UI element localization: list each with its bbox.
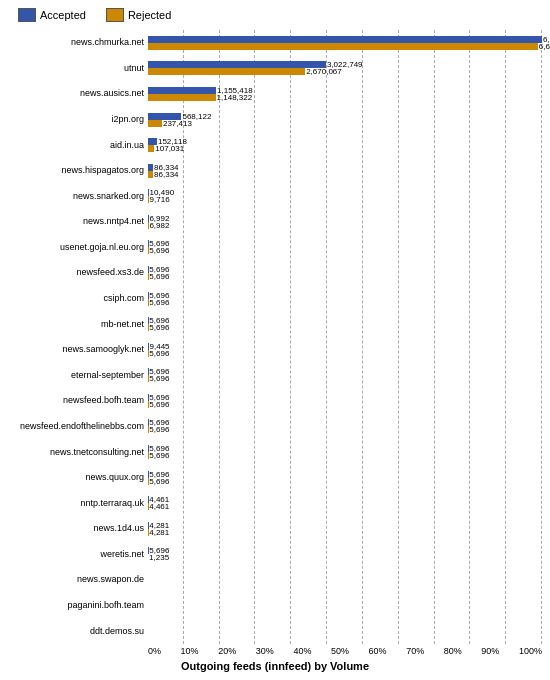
bar-rejected-value: 86,334 <box>153 171 178 178</box>
x-axis-label: 10% <box>181 646 199 656</box>
bar-row: 5,6965,696 <box>148 264 542 282</box>
y-label: news.samooglyk.net <box>8 341 144 359</box>
y-label: aid.in.ua <box>8 136 144 154</box>
y-label: news.chmurka.net <box>8 34 144 52</box>
x-axis-label: 70% <box>406 646 424 656</box>
legend-rejected-label: Rejected <box>128 9 171 21</box>
bar-group <box>148 597 542 615</box>
bar-row: 4,2814,281 <box>148 520 542 538</box>
y-label: news.nntp4.net <box>8 213 144 231</box>
bar-rejected-value: 2,670,067 <box>305 68 342 75</box>
x-axis-label: 60% <box>369 646 387 656</box>
bar-rejected-value: 237,413 <box>162 120 192 127</box>
bar-rejected-value: 6,622,628 <box>538 43 550 50</box>
bar-group: 9,4455,696 <box>148 341 542 359</box>
bar-group: 6,692,8276,622,628 <box>148 34 542 52</box>
bar-rejected-value: 5,696 <box>148 478 169 485</box>
bar-row <box>148 622 542 640</box>
legend-accepted: Accepted <box>18 8 86 22</box>
bar-rejected: 6,622,628 <box>148 43 538 50</box>
bar-row: 5,6965,696 <box>148 238 542 256</box>
y-label: news.snarked.org <box>8 187 144 205</box>
bar-rejected-value: 9,716 <box>149 196 170 203</box>
y-label: mb-net.net <box>8 315 144 333</box>
x-axis-label: 90% <box>481 646 499 656</box>
bar-group: 5,6965,696 <box>148 290 542 308</box>
bar-row: 86,33486,334 <box>148 162 542 180</box>
bar-row: 5,6965,696 <box>148 417 542 435</box>
x-axis-label: 80% <box>444 646 462 656</box>
bar-accepted: 1,155,418 <box>148 87 216 94</box>
y-label: nntp.terraraq.uk <box>8 494 144 512</box>
bar-row: 9,4455,696 <box>148 341 542 359</box>
bar-row: 6,9926,982 <box>148 213 542 231</box>
x-axis-label: 50% <box>331 646 349 656</box>
bar-row: 5,6961,235 <box>148 545 542 563</box>
bar-row <box>148 571 542 589</box>
x-axis-label: 0% <box>148 646 161 656</box>
bar-group: 5,6965,696 <box>148 366 542 384</box>
bar-group: 5,6965,696 <box>148 469 542 487</box>
y-label: utnut <box>8 59 144 77</box>
bar-rejected-value: 5,696 <box>148 247 169 254</box>
bar-accepted: 6,692,827 <box>148 36 542 43</box>
bar-group: 152,118107,031 <box>148 136 542 154</box>
legend-rejected: Rejected <box>106 8 171 22</box>
bar-rejected: 1,148,322 <box>148 94 216 101</box>
bar-group: 5,6965,696 <box>148 315 542 333</box>
y-label: newsfeed.bofh.team <box>8 392 144 410</box>
bar-row: 5,6965,696 <box>148 366 542 384</box>
y-label: eternal-september <box>8 366 144 384</box>
bar-group: 3,022,7492,670,067 <box>148 59 542 77</box>
bar-rejected-value: 107,031 <box>154 145 184 152</box>
bar-group: 4,2814,281 <box>148 520 542 538</box>
bar-accepted: 10,490 <box>148 189 149 196</box>
bar-group: 5,6965,696 <box>148 264 542 282</box>
bar-group: 5,6965,696 <box>148 417 542 435</box>
bar-group <box>148 571 542 589</box>
legend-accepted-label: Accepted <box>40 9 86 21</box>
legend-accepted-box <box>18 8 36 22</box>
bar-rejected-value: 4,461 <box>148 503 169 510</box>
bar-row: 5,6965,696 <box>148 443 542 461</box>
bar-group <box>148 622 542 640</box>
bar-row: 5,6965,696 <box>148 392 542 410</box>
bar-group: 5,6961,235 <box>148 545 542 563</box>
bar-rejected-value: 5,696 <box>148 401 169 408</box>
y-label: i2pn.org <box>8 111 144 129</box>
bar-rejected: 9,716 <box>148 196 149 203</box>
bars-and-grid: 6,692,8276,622,6283,022,7492,670,0671,15… <box>148 30 542 644</box>
x-axis-label: 40% <box>293 646 311 656</box>
bar-group: 568,122237,413 <box>148 111 542 129</box>
bar-group: 5,6965,696 <box>148 238 542 256</box>
bar-row: 5,6965,696 <box>148 315 542 333</box>
bar-row: 5,6965,696 <box>148 469 542 487</box>
y-label: weretis.net <box>8 545 144 563</box>
bar-rejected-value: 5,696 <box>148 452 169 459</box>
y-label: paganini.bofh.team <box>8 597 144 615</box>
bar-rejected-value: 5,696 <box>148 426 169 433</box>
bar-group: 10,4909,716 <box>148 187 542 205</box>
bar-row: 5,6965,696 <box>148 290 542 308</box>
bar-row: 152,118107,031 <box>148 136 542 154</box>
bar-rejected-value: 5,696 <box>148 350 169 357</box>
bar-group: 5,6965,696 <box>148 443 542 461</box>
x-axis-labels: 0%10%20%30%40%50%60%70%80%90%100% <box>148 646 542 656</box>
bar-rejected-value: 4,281 <box>148 529 169 536</box>
bar-rejected-value: 1,235 <box>148 554 169 561</box>
legend: Accepted Rejected <box>8 8 542 22</box>
bar-group: 86,33486,334 <box>148 162 542 180</box>
bar-row: 568,122237,413 <box>148 111 542 129</box>
bar-rejected-value: 5,696 <box>148 273 169 280</box>
bar-rejected: 107,031 <box>148 145 154 152</box>
x-spacer <box>8 646 148 656</box>
bar-row: 1,155,4181,148,322 <box>148 85 542 103</box>
bar-rejected: 2,670,067 <box>148 68 305 75</box>
chart-container: Accepted Rejected news.chmurka.netutnutn… <box>0 0 550 680</box>
y-label: newsfeed.endofthelinebbs.com <box>8 417 144 435</box>
y-label: news.hispagatos.org <box>8 162 144 180</box>
bar-group: 4,4614,461 <box>148 494 542 512</box>
bar-row: 3,022,7492,670,067 <box>148 59 542 77</box>
bar-row: 10,4909,716 <box>148 187 542 205</box>
bar-rejected-value: 5,696 <box>148 299 169 306</box>
